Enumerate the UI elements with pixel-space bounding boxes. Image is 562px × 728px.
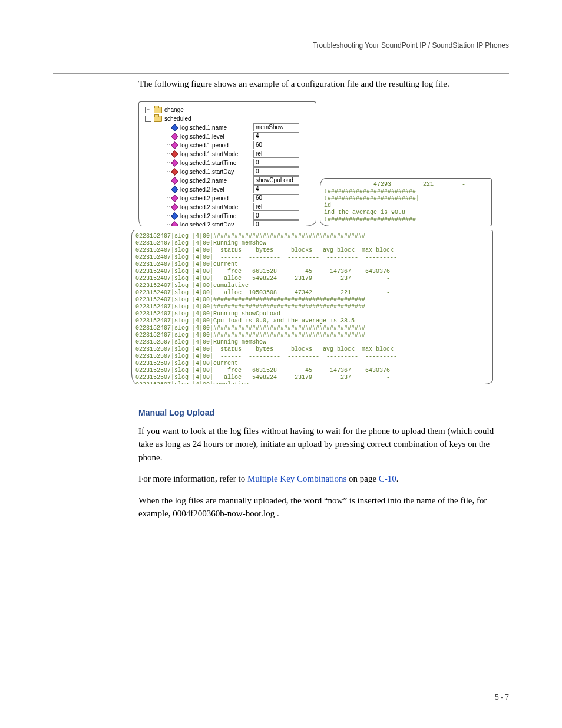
section-heading-manual-log-upload: Manual Log Upload [138, 408, 509, 417]
config-value: 0 [253, 212, 299, 220]
config-key: log.sched.2.level [180, 186, 224, 193]
diamond-icon [171, 195, 178, 202]
config-key: log.sched.1.name [180, 124, 227, 131]
config-value: 0 [253, 159, 299, 167]
tree-leaf: ⋯log.sched.2.nameshowCpuLoad [144, 176, 313, 185]
tree-leaf: ⋯log.sched.2.startDay0 [144, 220, 313, 226]
folder-icon [154, 116, 162, 122]
tree-leaf: ⋯log.sched.1.namememShow [144, 123, 313, 132]
tree-leaf: ⋯log.sched.2.level4 [144, 185, 313, 194]
config-tree-snippet: + change − scheduled ⋯log.sched.1.nameme… [138, 101, 316, 226]
diamond-icon [171, 212, 178, 220]
config-key: log.sched.2.startMode [180, 204, 238, 210]
diamond-icon [171, 186, 178, 193]
config-key: log.sched.2.name [180, 177, 227, 184]
diamond-icon [171, 133, 178, 140]
config-value: 0 [253, 220, 299, 226]
config-value: 60 [253, 194, 299, 202]
tree-leaf: ⋯log.sched.2.startTime0 [144, 212, 313, 220]
diamond-icon [171, 177, 178, 185]
log-snippet-right: 47293 221 - !######################### !… [320, 178, 492, 226]
link-page-ref[interactable]: C-10 [379, 474, 396, 483]
diamond-icon [171, 141, 178, 149]
expand-icon: + [145, 107, 151, 113]
diamond-icon [171, 124, 178, 131]
figure-config-and-log: + change − scheduled ⋯log.sched.1.nameme… [138, 101, 492, 390]
config-key: log.sched.1.period [180, 142, 229, 149]
diamond-icon [171, 221, 178, 226]
link-multiple-key-combinations[interactable]: Multiple Key Combinations [247, 474, 346, 483]
text: . [396, 474, 399, 483]
diamond-icon [171, 203, 178, 211]
diamond-icon [171, 150, 178, 158]
section-paragraph: If you want to look at the log files wit… [138, 424, 509, 465]
tree-node-scheduled: − scheduled [144, 114, 313, 123]
config-key: log.sched.1.startMode [180, 151, 238, 157]
tree-leaf: ⋯log.sched.2.period60 [144, 194, 313, 203]
running-header: Troubleshooting Your SoundPoint IP / Sou… [53, 41, 509, 50]
folder-icon [154, 107, 162, 113]
log-snippet-main: 0223152407|slog |4|00|##################… [131, 230, 493, 384]
collapse-icon: − [145, 116, 151, 122]
tree-leaf: ⋯log.sched.2.startModerel [144, 203, 313, 212]
log-text: 47293 221 - !######################### !… [320, 179, 491, 226]
config-key: log.sched.2.startTime [180, 213, 236, 219]
tree-label: change [164, 107, 184, 113]
config-key: log.sched.2.startDay [180, 222, 234, 226]
tree-label: scheduled [164, 116, 191, 122]
tree-leaf: ⋯log.sched.1.startDay0 [144, 167, 313, 176]
diamond-icon [171, 159, 178, 167]
diamond-icon [171, 168, 178, 176]
section-paragraph: When the log files are manually uploaded… [138, 494, 509, 521]
config-value: memShow [253, 123, 299, 131]
log-text: 0223152407|slog |4|00|##################… [132, 230, 492, 384]
tree-leaf: ⋯log.sched.1.level4 [144, 132, 313, 141]
config-value: 4 [253, 132, 299, 140]
config-key: log.sched.1.level [180, 133, 224, 140]
text: For more information, refer to [138, 474, 247, 483]
tree-leaf: ⋯log.sched.1.startTime0 [144, 159, 313, 167]
tree-leaf: ⋯log.sched.1.period60 [144, 141, 313, 150]
header-rule [53, 73, 509, 74]
page-number: 5 - 7 [495, 693, 509, 701]
config-key: log.sched.1.startTime [180, 160, 236, 166]
config-key: log.sched.1.startDay [180, 169, 234, 175]
config-value: 0 [253, 167, 299, 176]
config-value: rel [253, 203, 299, 211]
text: on page [346, 474, 379, 483]
intro-paragraph: The following figure shows an example of… [138, 77, 509, 91]
tree-node-change: + change [144, 106, 313, 114]
tree-leaf: ⋯log.sched.1.startModerel [144, 150, 313, 159]
config-value: showCpuLoad [253, 176, 299, 185]
config-value: rel [253, 150, 299, 158]
section-paragraph: For more information, refer to Multiple … [138, 472, 509, 486]
config-value: 60 [253, 141, 299, 149]
config-key: log.sched.2.period [180, 195, 229, 202]
config-value: 4 [253, 185, 299, 193]
